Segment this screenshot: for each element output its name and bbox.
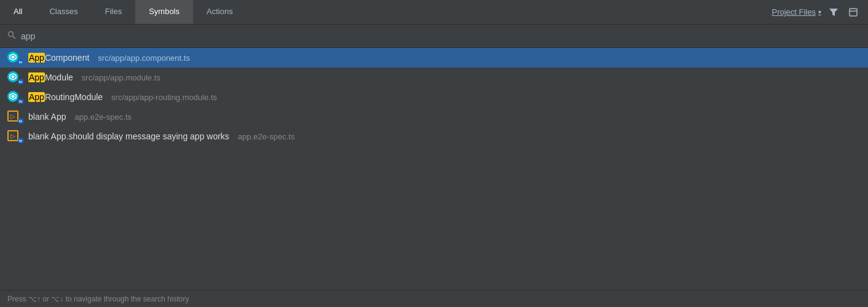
tab-files[interactable]: Files <box>92 0 135 24</box>
result-name: blank App.should display message saying … <box>28 131 229 141</box>
result-icon-component: ts <box>7 71 23 84</box>
list-item[interactable]: ts AppModule src/app/app.module.ts <box>0 68 868 87</box>
svg-marker-8 <box>12 76 15 79</box>
result-icon-e2e: ▷ ts <box>7 130 23 143</box>
results-list: ts AppComponent src/app/app.component.ts… <box>0 48 868 290</box>
list-item[interactable]: ts AppComponent src/app/app.component.ts <box>0 48 868 68</box>
chevron-down-icon: ▾ <box>818 9 821 15</box>
result-name: blank App <box>28 112 66 122</box>
result-path: src/app/app-routing.module.ts <box>111 93 217 102</box>
tab-symbols[interactable]: Symbols <box>135 0 193 24</box>
result-icon-component: ts <box>7 51 23 64</box>
project-files-button[interactable]: Project Files ▾ <box>771 7 821 17</box>
svg-marker-6 <box>12 56 15 59</box>
svg-rect-1 <box>850 9 857 16</box>
search-icon <box>7 31 16 41</box>
result-name: AppModule <box>28 72 73 82</box>
list-item[interactable]: ▷ ts blank App.should display message sa… <box>0 126 868 146</box>
search-bar <box>0 25 868 48</box>
result-path: src/app/app.module.ts <box>82 73 160 82</box>
tab-bar: All Classes Files Symbols Actions Projec… <box>0 0 868 25</box>
status-text: Press ⌥↑ or ⌥↓ to navigate through the s… <box>7 295 189 303</box>
status-bar: Press ⌥↑ or ⌥↓ to navigate through the s… <box>0 290 868 307</box>
list-item[interactable]: ts AppRoutingModule src/app/app-routing.… <box>0 87 868 107</box>
filter-icon[interactable] <box>826 5 841 20</box>
svg-marker-10 <box>12 95 15 98</box>
tab-bar-right: Project Files ▾ <box>771 0 868 24</box>
tab-classes[interactable]: Classes <box>36 0 91 24</box>
result-path: src/app/app.component.ts <box>98 53 190 63</box>
svg-marker-0 <box>829 9 838 16</box>
result-path: app.e2e-spec.ts <box>75 112 132 122</box>
search-input[interactable] <box>21 31 861 41</box>
result-icon-component: ts <box>7 90 23 104</box>
list-item[interactable]: ▷ ts blank App app.e2e-spec.ts <box>0 107 868 126</box>
tab-all[interactable]: All <box>0 0 36 24</box>
result-name: AppComponent <box>28 53 89 63</box>
layout-icon[interactable] <box>846 5 861 20</box>
tab-actions[interactable]: Actions <box>193 0 247 24</box>
result-icon-e2e: ▷ ts <box>7 110 23 123</box>
result-path: app.e2e-spec.ts <box>238 132 295 141</box>
svg-point-3 <box>9 32 14 37</box>
result-name: AppRoutingModule <box>28 92 103 102</box>
svg-line-4 <box>13 36 16 39</box>
